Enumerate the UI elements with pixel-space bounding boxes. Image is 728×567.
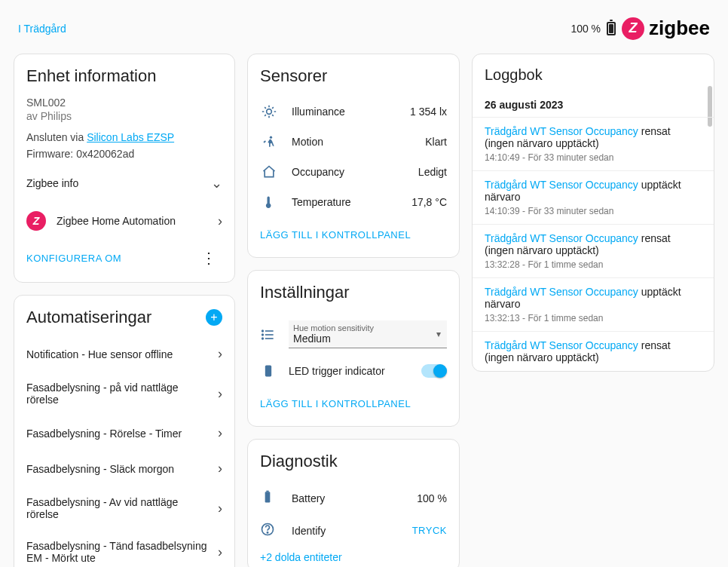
svg-point-7 — [262, 338, 264, 339]
brightness-icon — [260, 104, 278, 119]
svg-point-12 — [267, 532, 268, 533]
log-entry: Trädgård WT Sensor Occupancy rensat (ing… — [473, 224, 714, 277]
device-model: SML002 — [26, 97, 222, 109]
led-toggle[interactable] — [421, 364, 447, 378]
log-entity-link[interactable]: Trädgård WT Sensor Occupancy — [485, 125, 638, 137]
sensors-card: Sensorer Illuminance1 354 lxMotionKlartO… — [247, 54, 460, 258]
svg-point-6 — [262, 334, 264, 336]
brand-text: zigbee — [649, 17, 710, 40]
log-timestamp: 13:32:28 - För 1 timme sedan — [485, 259, 702, 270]
sensor-row[interactable]: MotionKlart — [260, 127, 447, 157]
battery-percent: 100 % — [570, 23, 601, 35]
diagnostics-card: Diagnostik Battery 100 % Identify TRYCK … — [247, 439, 460, 567]
automation-item[interactable]: Fasadbelysning - på vid nattläge rörelse… — [26, 372, 222, 415]
zha-link[interactable]: Z Zigbee Home Automation › — [26, 202, 222, 240]
home-icon — [260, 164, 278, 179]
chevron-right-icon: › — [218, 425, 222, 441]
logbook-title: Loggbok — [473, 66, 714, 90]
automation-item[interactable]: Fasadbelysning - Av vid nattläge rörelse… — [26, 486, 222, 530]
settings-title: Inställningar — [260, 283, 447, 302]
reconfigure-button[interactable]: KONFIGURERA OM — [26, 253, 121, 264]
automation-item[interactable]: Notification - Hue sensor offline› — [26, 336, 222, 372]
caret-down-icon: ▾ — [436, 329, 441, 339]
sensitivity-label: Hue motion sensitivity — [293, 323, 442, 333]
sensor-name: Motion — [292, 136, 425, 148]
svg-point-1 — [270, 136, 272, 139]
log-entity-link[interactable]: Trädgård WT Sensor Occupancy — [485, 286, 638, 298]
diagnostics-title: Diagnostik — [260, 452, 447, 471]
sensitivity-value: Medium — [293, 333, 442, 345]
identify-icon — [260, 522, 278, 539]
settings-card: Inställningar Hue motion sensitivity Med… — [247, 270, 460, 427]
battery-row[interactable]: Battery 100 % — [260, 482, 447, 514]
sensor-row[interactable]: Temperature17,8 °C — [260, 187, 447, 217]
log-entry: Trädgård WT Sensor Occupancy rensat (ing… — [473, 331, 714, 371]
sensitivity-dropdown[interactable]: Hue motion sensitivity Medium ▾ — [289, 320, 447, 348]
breadcrumb[interactable]: I Trädgård — [18, 23, 66, 35]
battery-label: Battery — [292, 492, 417, 504]
chevron-right-icon: › — [218, 501, 222, 516]
chevron-right-icon: › — [218, 213, 222, 229]
zha-label: Zigbee Home Automation — [57, 215, 207, 227]
identify-row: Identify TRYCK — [260, 514, 447, 547]
log-timestamp: 13:32:13 - För 1 timme sedan — [485, 313, 702, 323]
thermometer-icon — [260, 195, 278, 210]
sensor-name: Temperature — [292, 196, 411, 208]
device-info-title: Enhet information — [26, 66, 222, 86]
svg-rect-8 — [265, 366, 271, 377]
zigbee-icon: Z — [26, 211, 46, 231]
automation-item[interactable]: Fasadbelysning - Tänd fasadbelsyning EM … — [26, 530, 222, 567]
more-menu-button[interactable]: ⋮ — [195, 246, 222, 270]
log-entry: Trädgård WT Sensor Occupancy rensat (ing… — [473, 117, 714, 170]
automation-label: Fasadbelysning - Släck morgon — [26, 463, 218, 475]
log-entry: Trädgård WT Sensor Occupancy upptäckt nä… — [473, 170, 714, 224]
automation-label: Fasadbelysning - Tänd fasadbelsyning EM … — [26, 540, 218, 564]
list-icon — [260, 327, 277, 342]
zigbee-info-expand[interactable]: Zigbee info ⌄ — [26, 164, 222, 202]
automations-card: Automatiseringar + Notification - Hue se… — [14, 295, 235, 567]
automation-label: Fasadbelysning - Av vid nattläge rörelse — [26, 496, 218, 520]
automation-item[interactable]: Fasadbelysning - Rörelse - Timer› — [26, 415, 222, 451]
sensor-value: 17,8 °C — [411, 196, 447, 208]
identify-button[interactable]: TRYCK — [412, 525, 447, 536]
log-entity-link[interactable]: Trädgård WT Sensor Occupancy — [485, 232, 638, 244]
sensor-value: 1 354 lx — [410, 106, 447, 118]
log-entity-link[interactable]: Trädgård WT Sensor Occupancy — [485, 339, 638, 351]
automation-label: Notification - Hue sensor offline — [26, 348, 218, 360]
sensors-title: Sensorer — [260, 66, 447, 86]
hidden-entities-link[interactable]: +2 dolda entiteter — [260, 551, 447, 563]
svg-point-0 — [267, 109, 272, 115]
log-timestamp: 14:10:49 - För 33 minuter sedan — [485, 152, 702, 163]
log-entity-link[interactable]: Trädgård WT Sensor Occupancy — [485, 179, 638, 191]
zigbee-info-label: Zigbee info — [26, 177, 78, 189]
chevron-right-icon: › — [218, 461, 222, 477]
battery-icon — [260, 489, 278, 507]
integration-link[interactable]: Silicon Labs EZSP — [87, 131, 174, 143]
add-settings-dashboard-button[interactable]: LÄGG TILL I KONTROLLPANEL — [260, 394, 447, 414]
connected-via: Ansluten via Silicon Labs EZSP — [26, 131, 222, 143]
led-trigger-label: LED trigger indicator — [289, 365, 409, 377]
sensor-name: Occupancy — [292, 166, 418, 178]
automation-label: Fasadbelysning - Rörelse - Timer — [26, 428, 218, 440]
add-sensors-dashboard-button[interactable]: LÄGG TILL I KONTROLLPANEL — [260, 225, 447, 245]
chevron-right-icon: › — [218, 346, 222, 362]
automation-item[interactable]: Fasadbelysning - Släck morgon› — [26, 451, 222, 486]
device-manufacturer: av Philips — [26, 110, 222, 122]
add-automation-button[interactable]: + — [206, 309, 222, 326]
log-timestamp: 14:10:39 - För 33 minuter sedan — [485, 206, 702, 216]
zigbee-logo: Z zigbee — [622, 17, 710, 40]
led-icon — [260, 363, 277, 379]
battery-icon — [607, 22, 616, 35]
logbook-card: Loggbok 26 augusti 2023 Trädgård WT Sens… — [472, 54, 714, 372]
device-info-card: Enhet information SML002 av Philips Ansl… — [14, 54, 235, 283]
svg-point-5 — [262, 330, 264, 332]
sensor-row[interactable]: Illuminance1 354 lx — [260, 97, 447, 127]
svg-rect-10 — [266, 491, 268, 492]
chevron-right-icon: › — [218, 386, 222, 402]
sensor-row[interactable]: OccupancyLedigt — [260, 157, 447, 187]
chevron-down-icon: ⌄ — [211, 175, 222, 192]
automations-title: Automatiseringar — [26, 308, 151, 327]
motion-icon — [260, 134, 278, 149]
log-entry: Trädgård WT Sensor Occupancy upptäckt nä… — [473, 277, 714, 331]
automation-label: Fasadbelysning - på vid nattläge rörelse — [26, 382, 218, 406]
